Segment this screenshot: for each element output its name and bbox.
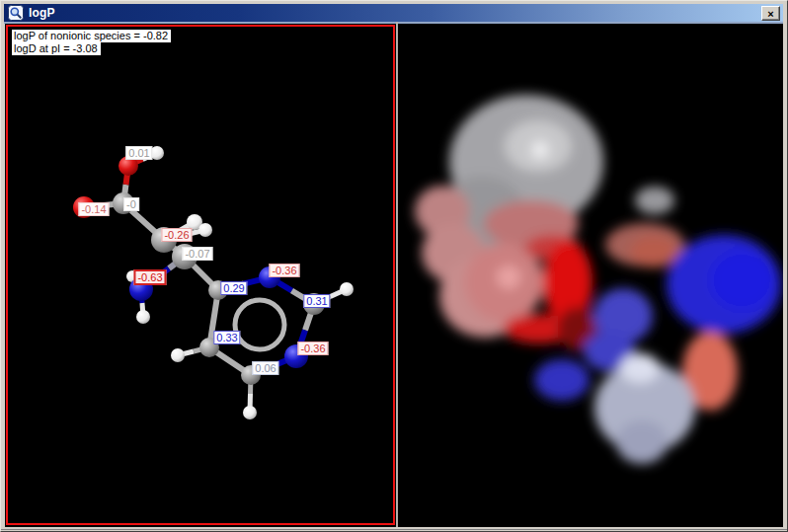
atom-hydrogen	[136, 310, 150, 324]
atom-label: 0.06	[252, 361, 278, 375]
atom-label: 0.31	[303, 294, 330, 308]
atoms	[73, 146, 354, 419]
aromatic-ring-circle	[235, 300, 284, 349]
atom-label: -0.26	[161, 228, 192, 242]
window-title: logP	[29, 6, 55, 20]
close-button[interactable]: ×	[761, 6, 780, 21]
atom-label: 0.33	[213, 331, 240, 344]
window-bottom-edge	[1, 529, 787, 530]
atom-label: -0	[123, 197, 139, 211]
atom-hydrogen	[198, 223, 212, 237]
magnifier-icon	[8, 5, 24, 21]
result-readout: logP of nonionic species = -0.82 logD at…	[12, 30, 171, 55]
atom-label: 0.29	[220, 281, 247, 295]
atom-label: -0.63	[133, 269, 166, 285]
atom-hydrogen	[243, 406, 257, 419]
atom-label: -0.36	[297, 342, 328, 355]
molecule-3d-view	[8, 27, 393, 523]
surface-panel[interactable]	[398, 24, 783, 527]
titlebar[interactable]: logP ×	[4, 4, 783, 22]
atom-label: -0.36	[269, 264, 299, 277]
window-content: 0.01 -0 -0.14 -0.26 -0.07 -0.63 0.29 -0.…	[5, 24, 783, 527]
surface-3d-view	[398, 24, 783, 527]
logp-plugin-window: logP ×	[0, 0, 788, 532]
atom-label: -0.07	[182, 247, 212, 261]
logd-value-line: logD at pI = -3.08	[12, 42, 101, 55]
atom-label: -0.14	[78, 202, 109, 216]
logp-value-line: logP of nonionic species = -0.82	[12, 30, 171, 42]
atom-hydrogen	[171, 348, 185, 362]
atom-label: 0.01	[125, 146, 152, 160]
structure-panel[interactable]: 0.01 -0 -0.14 -0.26 -0.07 -0.63 0.29 -0.…	[6, 25, 395, 525]
atom-hydrogen	[340, 282, 354, 296]
